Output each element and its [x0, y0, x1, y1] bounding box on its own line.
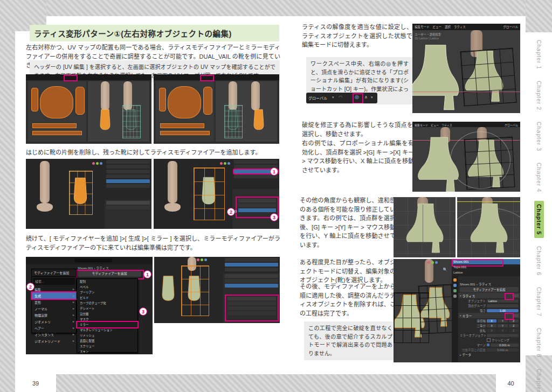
modifier-category-menu: モディファイアーを追加 検索... 編集生成変形ノーマル物理演算ジオメトリヘアー…: [31, 269, 77, 333]
menu-category-row: ジオメトリ: [32, 318, 76, 325]
mirror-merge-row: マージ 0.001 m: [458, 342, 520, 347]
chapter-tab: Chapter 8: [534, 325, 544, 361]
submenu-row: スキン: [77, 349, 137, 354]
page-number-left-label: 39: [32, 380, 39, 387]
strength-field-label: 強さ: [460, 309, 486, 313]
submenu-row: ベベル: [77, 284, 137, 290]
left-paragraph-2: はじめに靴の片側を削除し、残った靴に対してラティスモディファイアーを追加します。: [26, 148, 280, 157]
properties-tab-column: [452, 276, 458, 362]
submenu-label: 辺分離: [80, 312, 89, 316]
mirror-modifier-highlight: [225, 295, 279, 321]
screenshot-editmode-1: 編集モード ビュー 選択 ラティス グローバル ユーザー・透視投影 (0) La…: [412, 24, 520, 113]
submenu-label: ブーリアン: [80, 291, 94, 294]
submenu-label: 表面に配置: [80, 339, 95, 342]
add-modifier-button: モディファイアーを追加: [460, 287, 519, 292]
lattice-cage-orange: [194, 167, 225, 220]
breadcrumb-row: Shoes.001 › ラティス: [458, 282, 520, 286]
axis-x-dot: [197, 258, 199, 261]
chapter-tab-label: Chapter 3: [536, 122, 542, 151]
submenu-row: ブーリアン: [77, 290, 137, 295]
chapter-tab-label: Chapter 1: [536, 40, 542, 69]
outliner-row-selected: [225, 263, 278, 267]
uv-island-bar2: [160, 131, 210, 135]
proportional-radius-circle: [450, 131, 510, 189]
submenu-row: スクリュー: [77, 344, 137, 349]
outliner-row: [106, 160, 150, 164]
outliner-item-label: Tops.001: [453, 265, 466, 269]
clipping-label: クリッピング: [492, 338, 509, 342]
right-paragraph-1: ラティスの解像度を適当な値に設定し、ラティスオブジェクトを選択した状態で編集モー…: [302, 23, 412, 50]
menu-category-label: 編集: [34, 288, 41, 291]
lattice-panel-row: [225, 279, 278, 283]
chapter-tab: Chapter 3: [534, 118, 544, 155]
orientation-dropdown: グローバル: [308, 95, 327, 101]
object-tab-icon: [453, 284, 457, 287]
mirror-clipping-row: クリッピング: [458, 338, 520, 342]
mirror-row: [227, 302, 276, 305]
x-axis-line: [412, 92, 520, 92]
chapter-tab: Chapter 5: [534, 201, 544, 238]
axis-x-button: X: [487, 319, 496, 323]
falloff-dropdown-icon: ▾: [371, 95, 373, 100]
boot-grid-overlay: [69, 171, 93, 215]
submenu-row: ミラー: [77, 322, 137, 327]
boot-side-view: [398, 204, 452, 255]
strength-field-value: 1.00: [487, 309, 519, 312]
blender-topbar: [154, 74, 279, 80]
submenu-row: デシメート: [77, 306, 137, 311]
submenu-label: リメッシュ: [80, 334, 95, 337]
uv-tab-highlight: [64, 75, 78, 81]
flip-z-button: Z: [509, 329, 519, 332]
submenu-row: 辺分離: [77, 311, 137, 317]
submenu-label: マルチレゾリューション: [80, 328, 112, 332]
view-name-label: ユーザー・透視投影: [415, 32, 441, 37]
mirror-modifier-header: ▾ ミラー: [458, 313, 520, 318]
breadcrumb-object: Shoes.001: [460, 283, 475, 286]
menu-category-label: 物理演算: [34, 314, 47, 317]
outliner-row: [106, 165, 150, 169]
annotation-2: 2: [26, 283, 34, 291]
flip-y-button: Y: [498, 329, 507, 332]
right-paragraph-3: 右の例では、プロポーショナル編集を有効化し、頂点群を選択 >[G] キー >[X…: [302, 139, 414, 174]
lattice-panel-header: [225, 274, 278, 278]
modifier-tab-icon: [453, 278, 457, 282]
seam-line: [423, 205, 423, 242]
top-right-stripe-block: [526, 0, 552, 32]
outliner-panel: [223, 257, 280, 273]
viewport-panel: [88, 81, 149, 142]
foot: [37, 203, 53, 212]
snap-toolbar: グローバル ▾ ◠ ◎ ∧ ▾: [306, 93, 377, 103]
axis-y-dot: [201, 258, 203, 261]
lattice-vgroup-row: 頂点グループ: [458, 303, 520, 308]
screenshot-uv-left: [26, 74, 151, 144]
mirror-dropdown-highlight: [505, 313, 514, 320]
outliner-row: [106, 184, 150, 188]
screenshot-modifier-menu: Shoes.001 › ラティス モディファイアーを追加 1 モディファイアーを…: [26, 257, 153, 354]
viewport-panel: 🔍: [394, 259, 452, 362]
submenu-label: ミラー: [80, 323, 89, 326]
axis-y-dot: [224, 162, 226, 165]
expand-icon: ▾: [460, 294, 461, 297]
object-field-label: オブジェクト: [460, 299, 486, 303]
select-menu: 選択: [445, 25, 451, 29]
submenu-label: ビルド: [80, 296, 89, 299]
viewport-header: 編集モード ビュー 選択 ラティス グローバル: [412, 24, 520, 30]
view-menu: ビュー: [431, 123, 439, 127]
generate-submenu: 配列ベベルブーリアンビルドカーブのチューブ化デシメート辺分離マスクミラーマルチレ…: [77, 278, 138, 353]
outliner-row-selected: [106, 179, 150, 183]
axis-y-dot: [96, 162, 99, 165]
axis-z-dot: [227, 162, 230, 165]
boot-selected-orange: [95, 103, 115, 139]
lattice-modifier-title: ラティス: [463, 293, 475, 298]
menu-category-label: ノーマル: [34, 307, 47, 311]
chapter-tab: Chapter 2: [534, 78, 544, 114]
chapter-tab: Chapter 9: [534, 366, 544, 392]
right-paragraph-5: ある程度見た目が整ったら、オブジェクトモードに切替え、編集対象のオブジェクト(靴…: [300, 258, 396, 285]
mode-dropdown: 編集モード: [415, 123, 428, 127]
chapter-tab: Chapter 6: [534, 243, 544, 279]
chapter-tab-label: Chapter 6: [536, 246, 542, 276]
submenu-label: スクリュー: [80, 345, 95, 348]
properties-panel: [232, 189, 279, 229]
menu-category-row: 変形: [32, 299, 76, 305]
properties-row: [106, 206, 150, 209]
